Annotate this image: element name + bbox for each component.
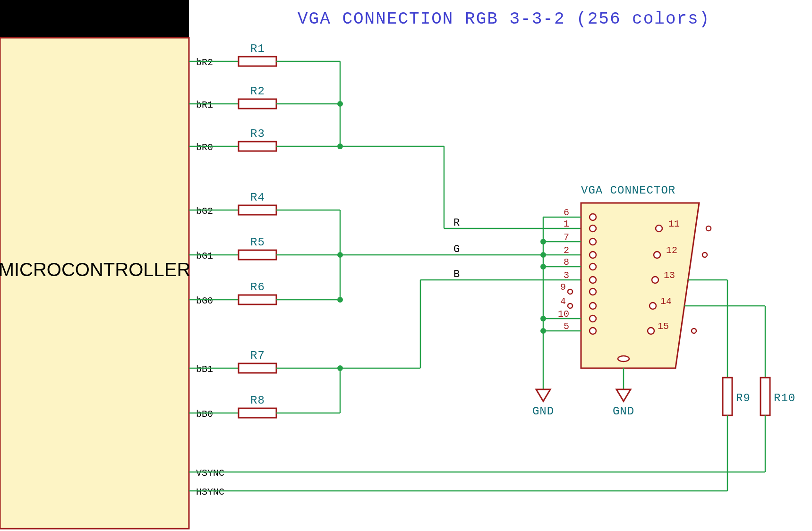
resistor-R3 [239,142,276,151]
svg-point-70 [648,328,654,334]
refdes-R7: R7 [250,349,265,362]
svg-point-49 [590,303,596,309]
svg-text:14: 14 [660,296,672,307]
svg-text:13: 13 [664,270,675,281]
svg-point-77 [540,264,546,270]
vga-connector-title: VGA CONNECTOR [581,184,675,197]
mcu-block [0,38,189,529]
svg-point-62 [702,253,707,257]
svg-text:9: 9 [560,282,566,293]
svg-text:11: 11 [668,219,680,229]
svg-point-20 [337,297,343,303]
svg-point-32 [590,214,596,220]
resistor-R9 [723,378,732,415]
pin-bG2: bG2 [196,206,213,217]
svg-point-50 [568,303,573,308]
svg-text:8: 8 [564,257,569,268]
resistor-R4 [239,205,276,215]
svg-point-58 [656,225,662,232]
pin-bG0: bG0 [196,295,213,306]
resistor-R7 [239,363,276,373]
pin-bR2: bR2 [196,57,213,68]
svg-point-47 [568,289,573,294]
svg-text:GND: GND [532,405,554,418]
svg-text:5: 5 [564,321,569,332]
gnd-symbol-right: GND [613,389,634,418]
svg-text:GND: GND [613,405,634,418]
svg-point-42 [590,263,596,270]
svg-text:15: 15 [658,321,669,332]
svg-text:2: 2 [564,245,569,256]
mcu-label: MICROCONTROLLER [0,259,190,280]
svg-point-64 [652,277,658,283]
net-R: R [453,217,460,229]
resistor-R8 [239,408,276,418]
svg-point-39 [590,252,596,258]
resistor-R2 [239,99,276,109]
refdes-R9: R9 [736,392,751,405]
refdes-R2: R2 [250,85,265,98]
svg-text:10: 10 [558,309,569,320]
pin-HSYNC: HSYNC [196,487,224,497]
svg-point-71 [692,329,696,333]
pin-bR0: bR0 [196,142,213,153]
svg-text:12: 12 [666,245,677,256]
refdes-R4: R4 [250,191,265,204]
pin-bB1: bB1 [196,364,213,375]
vga-shield-pin [618,356,629,362]
svg-point-37 [590,238,596,245]
pin-bR1: bR1 [196,100,213,110]
svg-point-53 [590,315,596,322]
vga-connector-body [581,203,699,368]
resistor-R6 [239,295,276,304]
pin-bB0: bB0 [196,409,213,420]
resistor-R5 [239,250,276,260]
refdes-R8: R8 [250,394,265,407]
svg-point-59 [706,226,711,231]
resistor-R10 [761,378,770,415]
refdes-R1: R1 [250,42,265,55]
svg-text:3: 3 [564,270,569,281]
refdes-R6: R6 [250,281,265,294]
refdes-R3: R3 [250,127,265,140]
refdes-R5: R5 [250,236,265,249]
svg-point-76 [540,252,546,258]
pin-VSYNC: VSYNC [196,468,224,479]
gnd-symbol-left: GND [532,389,554,418]
svg-point-67 [650,303,656,309]
svg-text:1: 1 [564,219,569,229]
refdes-R10: R10 [774,392,795,405]
resistor-R1 [239,57,276,66]
svg-text:4: 4 [560,296,566,307]
top-black-bar [0,0,189,38]
svg-point-79 [540,328,546,334]
svg-point-46 [590,288,596,295]
svg-point-75 [540,239,546,244]
schematic-title: VGA CONNECTION RGB 3-3-2 (256 colors) [298,9,710,29]
svg-point-44 [590,277,596,283]
svg-point-61 [654,252,660,258]
svg-point-78 [540,316,546,321]
svg-point-7 [337,101,343,107]
net-G: G [453,244,460,255]
svg-marker-80 [536,389,550,401]
net-B: B [453,269,460,280]
svg-text:6: 6 [564,207,569,218]
svg-text:7: 7 [564,232,569,243]
svg-point-34 [590,225,596,232]
pin-bG1: bG1 [196,251,213,261]
svg-marker-82 [616,389,631,401]
svg-point-56 [590,328,596,334]
